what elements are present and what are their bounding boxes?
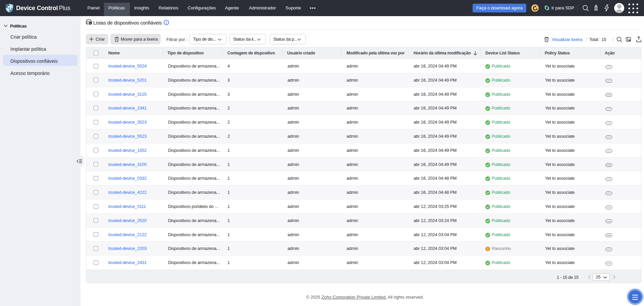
svg-text:c: c [8, 6, 10, 10]
